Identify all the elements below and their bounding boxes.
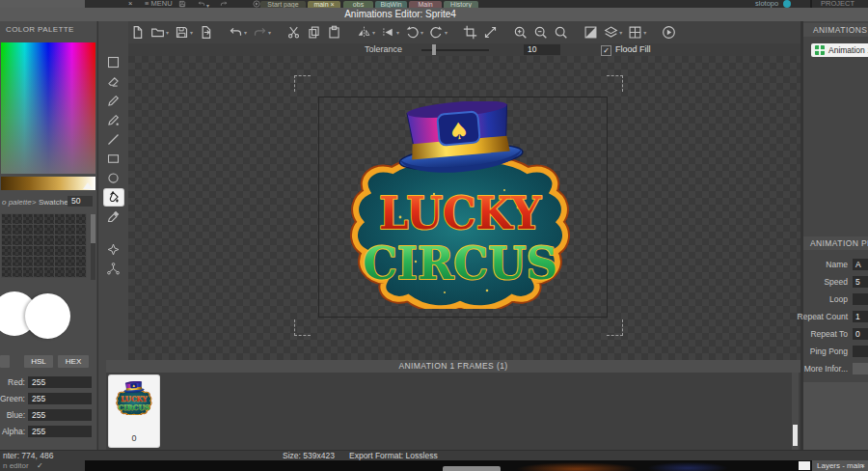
property-checkbox[interactable] [853,346,868,357]
layers-button[interactable]: ▾ [604,25,622,40]
primary-color-circle[interactable] [25,293,70,339]
swatch-cell[interactable] [13,257,22,266]
brush-tool[interactable] [104,112,123,128]
close-icon[interactable]: × [860,460,865,471]
swatch-cell[interactable] [23,236,33,245]
redo-icon[interactable] [220,0,228,8]
crop-button[interactable] [463,25,477,40]
swatch-cell[interactable] [2,257,12,266]
dropdown-caret-icon[interactable]: ▾ [445,29,448,36]
swatch-cell[interactable] [76,214,86,224]
zoom-out-button[interactable] [533,25,548,40]
swatch-cell[interactable] [44,246,54,256]
channel-value-field[interactable]: 255 [28,426,92,437]
swatch-cell[interactable] [2,236,12,245]
frames-scrollbar[interactable] [792,373,799,450]
swatch-cell[interactable] [34,267,43,277]
menu-button[interactable]: ≡ MENU [145,0,173,8]
user-avatar[interactable] [783,0,791,8]
swatches-count-field[interactable]: 50 [68,196,93,207]
swatch-cell[interactable] [23,257,33,266]
save-button[interactable]: ▾ [175,25,193,40]
swatch-cell[interactable] [13,225,22,235]
swatch-cell[interactable] [23,225,33,235]
scene-tab-obs[interactable]: obs [343,1,373,8]
scene-tab-main[interactable]: main × [308,1,340,8]
swatch-cell[interactable] [76,236,86,245]
swatch-cell[interactable] [66,246,75,256]
flood-fill-checkbox[interactable]: ✓ [601,45,611,56]
undo-icon[interactable]: ▾ [198,0,209,8]
swatch-cell[interactable] [13,236,22,245]
gradient-marker[interactable] [83,182,93,189]
property-button[interactable] [853,363,868,374]
swatch-cell[interactable] [34,246,43,256]
dropdown-caret-icon[interactable]: ▾ [190,29,193,36]
swatch-cell[interactable] [34,214,43,224]
symmetry-tool[interactable] [104,261,123,277]
palette-name-link[interactable]: o palette> [2,198,36,207]
swatch-cell[interactable] [55,236,65,245]
swatch-cell[interactable] [55,214,65,224]
swatch-cell[interactable] [44,236,54,245]
swatch-cell[interactable] [44,214,54,224]
tolerance-slider[interactable] [421,49,489,51]
swatch-cell[interactable] [2,214,12,224]
swatch-cell[interactable] [13,246,22,256]
new-file-button[interactable] [130,25,145,40]
channel-value-field[interactable]: 255 [28,409,92,421]
dropdown-caret-icon[interactable]: ▾ [396,29,399,36]
swatch-cell[interactable] [55,246,65,256]
scrollbar-fragment[interactable] [443,466,501,471]
scrollbar-thumb[interactable] [91,214,95,243]
tolerance-value-field[interactable]: 10 [524,44,560,55]
zoom-in-button[interactable] [513,25,528,40]
swatch-cell[interactable] [44,257,54,266]
swatch-cell[interactable] [66,236,75,245]
hsl-button[interactable]: HSL [24,355,53,368]
rect-select-tool[interactable] [104,54,123,70]
dropdown-caret-icon[interactable]: ▾ [619,29,622,36]
swatch-cell[interactable] [23,246,33,256]
swatch-cell[interactable] [55,257,65,266]
rectangle-tool[interactable] [104,151,123,167]
property-input[interactable]: A [853,259,868,270]
close-icon[interactable]: × [128,0,132,8]
property-input[interactable]: 0 [853,328,868,340]
property-input[interactable]: 1 [853,311,868,322]
animation-list-item[interactable]: Animation 1 [811,43,868,57]
scene-tab-bigwin[interactable]: BigWin [375,1,407,8]
redo-button[interactable]: ▾ [253,25,271,40]
export-file-button[interactable] [199,25,213,40]
scrollbar-thumb[interactable] [793,425,798,446]
paste-button[interactable] [327,25,341,40]
undo-button[interactable]: ▾ [229,25,247,40]
swatch-cell[interactable] [76,257,86,266]
rotate-ccw-button[interactable]: ▾ [405,25,423,40]
pencil-tool[interactable] [104,93,123,109]
save-icon[interactable] [178,0,186,8]
cut-button[interactable] [286,25,301,40]
color-field-picker[interactable] [1,42,95,174]
frame-thumbnail[interactable]: 0 [109,375,159,447]
grid-button[interactable]: ▾ [628,25,646,40]
color-gradient-bar[interactable] [1,177,95,190]
open-folder-button[interactable]: ▾ [150,25,169,40]
swatch-cell[interactable] [55,225,65,235]
swatch-cell[interactable] [2,225,12,235]
eraser-tool[interactable] [104,73,123,90]
swatch-cell[interactable] [34,225,43,235]
flip-horizontal-button[interactable]: ▾ [357,25,375,40]
scene-tab-history[interactable]: History [444,1,478,8]
color-mode-button[interactable] [0,355,10,368]
play-preview-button[interactable] [662,25,676,40]
swatch-cell[interactable] [66,214,75,224]
dropdown-caret-icon[interactable]: ▾ [244,29,247,36]
dropdown-caret-icon[interactable]: ▾ [643,29,646,36]
copy-button[interactable] [307,25,321,40]
swatch-cell[interactable] [66,267,75,277]
swatch-cell[interactable] [55,267,65,277]
swatch-cell[interactable] [23,267,33,277]
property-input[interactable]: 5 [853,276,868,288]
resize-button[interactable] [483,25,498,40]
